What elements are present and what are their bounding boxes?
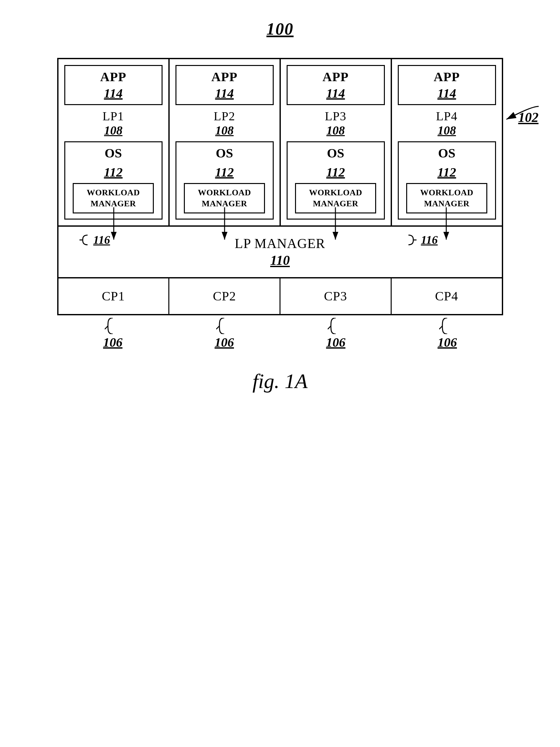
wm-text-4: WORKLOADMANAGER [420,187,473,209]
os-box-4: OS 112 WORKLOADMANAGER [398,141,496,220]
wm-box-3: WORKLOADMANAGER [295,183,376,213]
lp-name-3: LP3 [325,109,346,123]
figure-label: fig. 1A [252,369,308,393]
lp-num-4: 108 [437,123,456,137]
svg-line-2 [105,326,108,329]
ref-106-4: 106 [437,335,457,350]
system-box: APP 114 LP1 108 OS 112 WORKLOADMANAGER [57,58,503,315]
app-title-1: APP [100,69,126,84]
lp-column-3: APP 114 LP3 108 OS 112 WORKLOADMANAGER [281,59,392,225]
cp-box-1: CP1 [58,278,170,314]
curly-arrow-left [78,233,91,247]
ref-106-cell-4: 106 [392,315,503,350]
app-box-3: APP 114 [287,65,385,105]
app-box-1: APP 114 [64,65,163,105]
svg-line-3 [216,326,219,329]
lp-num-2: 108 [215,123,234,137]
ref-116-left: 116 [78,233,110,247]
cp-box-4: CP4 [392,278,502,314]
os-title-4: OS [438,146,455,161]
diagram-wrapper: 102 APP 114 LP1 [57,58,503,350]
os-box-3: OS 112 WORKLOADMANAGER [287,141,385,220]
top-ref-100: 100 [267,19,294,38]
app-box-4: APP 114 [398,65,496,105]
svg-line-4 [328,326,331,329]
app-title-2: APP [211,69,238,84]
lp-name-4: LP4 [436,109,457,123]
app-num-3: 114 [326,86,345,101]
app-num-4: 114 [437,86,456,101]
ref-106-cell-3: 106 [280,315,392,350]
wm-box-2: WORKLOADMANAGER [184,183,265,213]
curly-arrow-down-3 [328,318,344,334]
curly-arrow-down-4 [439,318,455,334]
lp-manager-text: LP MANAGER [235,236,325,251]
ref-106-cell-2: 106 [169,315,280,350]
os-num-4: 112 [437,164,456,180]
os-box-2: OS 112 WORKLOADMANAGER [176,141,274,220]
ref-106-2: 106 [215,335,234,350]
wm-text-3: WORKLOADMANAGER [309,187,362,209]
curly-arrow-right [405,233,418,247]
cp-row: CP1 CP2 CP3 CP4 [58,278,502,314]
app-num-1: 114 [104,86,123,101]
arrow-102 [500,97,545,129]
cp-box-3: CP3 [281,278,392,314]
ref-106-cell-1: 106 [57,315,169,350]
lp-label-3: LP3 108 [287,109,385,137]
os-title-3: OS [327,146,344,161]
ref-116-right: 116 [405,233,440,247]
curly-arrow-down-2 [216,318,232,334]
svg-line-5 [439,326,443,329]
lp-column-4: APP 114 LP4 108 OS 112 WORKLOADMANAGER [392,59,502,225]
app-box-2: APP 114 [176,65,274,105]
lp-partitions-row: APP 114 LP1 108 OS 112 WORKLOADMANAGER [58,59,502,227]
lp-manager-row: 116 116 LP MANAGER 110 [58,227,502,278]
os-title-1: OS [105,146,122,161]
lp-label-2: LP2 108 [176,109,274,137]
lp-name-2: LP2 [214,109,235,123]
wm-box-1: WORKLOADMANAGER [73,183,154,213]
ref-106-3: 106 [326,335,345,350]
app-title-4: APP [434,69,460,84]
lp-label-4: LP4 108 [398,109,496,137]
bottom-labels-row: 106 106 106 10 [57,315,503,350]
os-title-2: OS [216,146,233,161]
lp-num-1: 108 [104,123,123,137]
os-num-2: 112 [215,164,234,180]
page: 100 102 APP 114 [0,0,560,747]
curly-arrow-down-1 [105,318,121,334]
wm-text-1: WORKLOADMANAGER [87,187,140,209]
os-num-3: 112 [326,164,345,180]
lp-manager-num: 110 [270,253,290,268]
ref-106-1: 106 [103,335,123,350]
lp-label-1: LP1 108 [64,109,163,137]
lp-num-3: 108 [326,123,345,137]
app-num-2: 114 [215,86,234,101]
os-num-1: 112 [104,164,123,180]
app-title-3: APP [322,69,349,84]
lp-column-1: APP 114 LP1 108 OS 112 WORKLOADMANAGER [58,59,170,225]
wm-text-2: WORKLOADMANAGER [198,187,251,209]
wm-box-4: WORKLOADMANAGER [406,183,487,213]
os-box-1: OS 112 WORKLOADMANAGER [64,141,163,220]
cp-box-2: CP2 [169,278,281,314]
lp-column-2: APP 114 LP2 108 OS 112 WORKLOADMANAGER [170,59,281,225]
lp-name-1: LP1 [102,109,124,123]
